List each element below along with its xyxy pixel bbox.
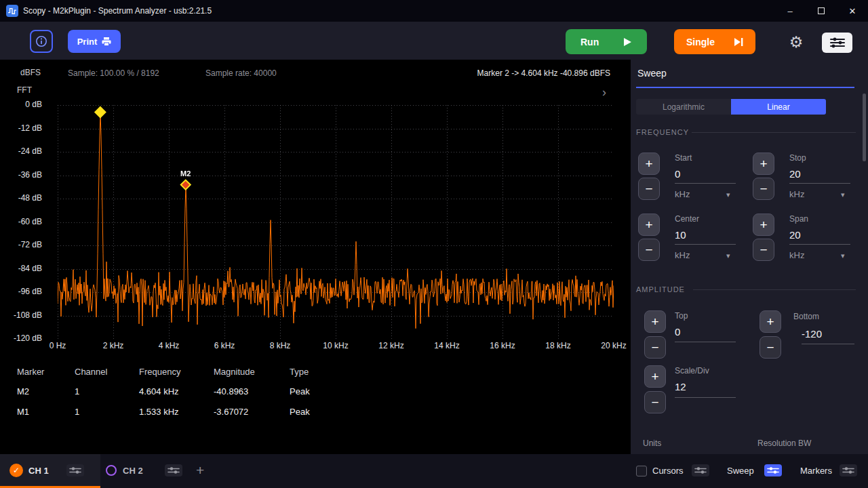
- x-tick-label: 16 kHz: [490, 341, 515, 350]
- check-icon: ✓: [13, 466, 20, 475]
- chevron-down-icon[interactable]: ▾: [726, 251, 730, 260]
- close-button[interactable]: ✕: [837, 0, 868, 22]
- top-label: Top: [675, 311, 688, 321]
- stop-decrement-button[interactable]: −: [753, 178, 774, 200]
- scalediv-decrement-button[interactable]: −: [644, 391, 666, 413]
- amplitude-section-header: AMPLITUDE: [636, 285, 685, 293]
- start-value[interactable]: 0: [675, 168, 680, 180]
- scalediv-value[interactable]: 12: [675, 381, 686, 392]
- start-increment-button[interactable]: +: [638, 152, 660, 175]
- top-value[interactable]: 0: [675, 326, 680, 338]
- top-increment-button[interactable]: +: [644, 310, 666, 333]
- panel-menu-button[interactable]: [822, 33, 852, 53]
- marker-table-cell: Peak: [290, 386, 337, 396]
- cursors-settings-button[interactable]: [692, 464, 709, 476]
- chevron-down-icon[interactable]: ▾: [726, 190, 730, 199]
- x-tick-label: 0 Hz: [50, 341, 66, 350]
- minimize-icon: –: [787, 6, 792, 16]
- maximize-button[interactable]: [806, 0, 837, 22]
- x-tick-label: 12 kHz: [378, 341, 403, 350]
- stop-increment-button[interactable]: +: [753, 152, 774, 175]
- minimize-button[interactable]: –: [774, 0, 806, 22]
- chevron-down-icon[interactable]: ▾: [841, 190, 845, 199]
- plus-icon: +: [645, 218, 652, 232]
- start-unit[interactable]: kHz: [675, 189, 690, 199]
- channel-1-enable-icon[interactable]: ✓: [9, 464, 23, 477]
- add-channel-button[interactable]: +: [196, 462, 204, 479]
- channel-2-label[interactable]: CH 2: [123, 466, 143, 476]
- center-increment-button[interactable]: +: [638, 214, 660, 236]
- marker-table-cell: -40.8963: [214, 386, 290, 396]
- markers-settings-button[interactable]: [840, 464, 857, 476]
- maximize-icon: [818, 7, 825, 14]
- bottom-decrement-button[interactable]: −: [760, 336, 781, 359]
- x-tick-label: 14 kHz: [434, 341, 459, 350]
- scalediv-underline: [675, 397, 736, 398]
- markers-menu-label[interactable]: Markers: [800, 466, 832, 476]
- scale-toggle-linear[interactable]: Linear: [731, 99, 826, 115]
- top-underline: [675, 342, 736, 342]
- channel-2-settings-button[interactable]: [165, 464, 182, 476]
- marker-table-cell: M1: [17, 407, 75, 417]
- sliders-menu-icon: [829, 37, 846, 49]
- span-unit[interactable]: kHz: [789, 250, 804, 260]
- panel-title-underline: [636, 87, 854, 88]
- bottom-label: Bottom: [793, 312, 819, 321]
- bottom-underline: [802, 344, 854, 344]
- sliders-icon: [68, 466, 82, 474]
- x-tick-label: 18 kHz: [545, 341, 570, 350]
- span-decrement-button[interactable]: −: [753, 239, 774, 261]
- panel-title: Sweep: [637, 68, 667, 79]
- span-value[interactable]: 20: [789, 229, 801, 241]
- linear-label: Linear: [767, 102, 789, 112]
- bottom-value[interactable]: -120: [802, 328, 822, 340]
- minus-icon: −: [645, 182, 652, 197]
- center-underline: [675, 244, 736, 245]
- stop-value[interactable]: 20: [789, 168, 801, 180]
- start-decrement-button[interactable]: −: [638, 178, 660, 200]
- minus-icon: −: [651, 395, 658, 410]
- channel-2-enable-icon[interactable]: [106, 465, 117, 476]
- sweep-menu-label[interactable]: Sweep: [727, 466, 754, 476]
- sliders-icon: [694, 466, 707, 474]
- bottom-increment-button[interactable]: +: [760, 310, 781, 333]
- resolution-bw-label: Resolution BW: [757, 439, 811, 448]
- marker-table: MarkerChannelFrequencyMagnitudeTypeM214.…: [17, 362, 337, 422]
- sweep-menu-toggle[interactable]: [764, 464, 782, 476]
- stop-label: Stop: [789, 153, 806, 163]
- spectrum-plot[interactable]: [58, 105, 614, 339]
- center-unit[interactable]: kHz: [675, 250, 690, 260]
- span-increment-button[interactable]: +: [753, 214, 774, 236]
- settings-button[interactable]: ⚙: [785, 31, 807, 53]
- panel-scrollbar[interactable]: [863, 94, 866, 161]
- center-decrement-button[interactable]: −: [638, 239, 660, 261]
- marker-table-header: Channel: [75, 367, 139, 377]
- minus-icon: −: [760, 243, 767, 258]
- cursors-label[interactable]: Cursors: [652, 466, 684, 476]
- stop-unit[interactable]: kHz: [789, 189, 804, 199]
- marker-table-cell: 1: [75, 407, 139, 417]
- marker-table-header: Marker: [17, 367, 75, 377]
- top-decrement-button[interactable]: −: [644, 336, 666, 359]
- frequency-section-header: FREQUENCY: [636, 128, 689, 136]
- sliders-icon: [766, 466, 780, 474]
- cursors-checkbox[interactable]: [636, 466, 647, 476]
- chevron-down-icon[interactable]: ▾: [841, 251, 845, 260]
- x-tick-label: 8 kHz: [270, 341, 291, 350]
- sliders-icon: [167, 466, 180, 474]
- plus-icon: +: [760, 157, 767, 171]
- single-button[interactable]: Single: [674, 29, 755, 54]
- channel-1-settings-button[interactable]: [66, 464, 84, 476]
- gear-icon: ⚙: [789, 33, 804, 52]
- single-button-label: Single: [686, 37, 715, 47]
- marker-table-cell: 4.604 kHz: [139, 386, 214, 396]
- scalediv-increment-button[interactable]: +: [644, 365, 666, 388]
- scale-toggle-logarithmic[interactable]: Logarithmic: [636, 99, 731, 115]
- channel-1-label[interactable]: CH 1: [28, 466, 49, 476]
- close-icon: ✕: [849, 6, 856, 16]
- minus-icon: −: [645, 243, 652, 258]
- plus-icon: +: [760, 218, 767, 232]
- plus-icon: +: [651, 369, 658, 384]
- minus-icon: −: [760, 182, 767, 197]
- center-value[interactable]: 10: [675, 229, 686, 241]
